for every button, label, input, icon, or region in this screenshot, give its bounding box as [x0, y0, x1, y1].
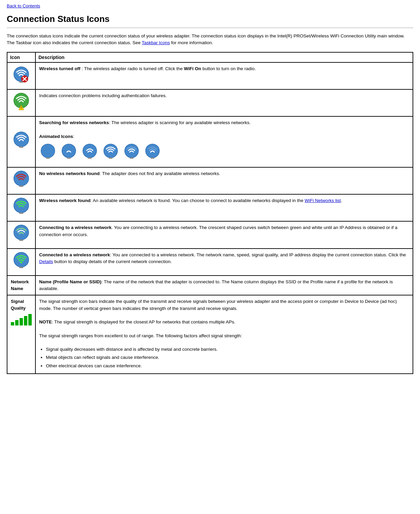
svg-rect-14 [67, 158, 71, 159]
back-to-contents-link[interactable]: Back to Contents [7, 3, 413, 8]
wifi-none-icon-cell [7, 167, 35, 194]
anim-icon-3 [81, 143, 99, 161]
wifi-found-description: Wireless network found: An available wir… [35, 194, 413, 221]
wifi-searching-description: Searching for wireless networks: The wir… [35, 116, 413, 167]
svg-rect-18 [109, 158, 112, 159]
table-row: Connecting to a wireless network. You ar… [7, 221, 413, 248]
svg-rect-20 [130, 158, 133, 159]
anim-icon-2 [60, 143, 78, 161]
wifi-connected-icon-cell [7, 249, 35, 276]
svg-rect-24 [19, 185, 23, 187]
svg-text:!: ! [21, 106, 22, 110]
signal-bar-3 [20, 318, 23, 325]
connection-status-table: Icon Description [7, 52, 413, 374]
table-row: NetworkName Name (Profile Name or SSID):… [7, 276, 413, 295]
table-row: ! Indicates connection problems includin… [7, 89, 413, 116]
wifi-none-description: No wireless networks found: The adapter … [35, 167, 413, 194]
svg-rect-28 [19, 239, 23, 241]
wifi-none-icon [12, 170, 31, 189]
description-header: Description [35, 52, 413, 62]
svg-rect-16 [88, 158, 91, 159]
svg-rect-26 [19, 212, 23, 214]
table-row: Searching for wireless networks: The wir… [7, 116, 413, 167]
wifi-warning-icon-cell: ! [7, 89, 35, 116]
wifi-found-icon-cell [7, 194, 35, 221]
signal-bar-5 [28, 314, 32, 325]
wifi-off-icon-cell [7, 62, 35, 89]
anim-icon-1 [39, 143, 57, 161]
taskbar-icons-link[interactable]: Taskbar Icons [142, 40, 170, 45]
icon-header: Icon [7, 52, 35, 62]
wifi-connected-description: Connected to a wireless network: You are… [35, 249, 413, 276]
signal-bar-4 [24, 316, 27, 325]
list-item: Signal quality decreases with distance a… [46, 346, 409, 353]
list-item: Metal objects can reflect signals and ca… [46, 354, 409, 361]
signal-bars [11, 314, 32, 325]
wifi-searching-icon [12, 131, 31, 150]
wifi-off-icon [12, 65, 31, 84]
signal-bar-1 [11, 322, 14, 325]
wifi-found-icon [12, 197, 31, 216]
table-row: SignalQuality The signal strength icon b… [7, 295, 413, 374]
svg-rect-10 [19, 146, 23, 148]
signal-quality-description: The signal strength icon bars indicate t… [35, 295, 413, 374]
wifi-off-description: Wireless turned off : The wireless adapt… [35, 62, 413, 89]
network-name-label-cell: NetworkName [7, 276, 35, 295]
wifi-connecting-icon-cell [7, 221, 35, 248]
wifi-connected-icon [12, 252, 31, 270]
table-row: Connected to a wireless network: You are… [7, 249, 413, 276]
wifi-connecting-icon [12, 224, 31, 243]
wifi-warning-description: Indicates connection problems including … [35, 89, 413, 116]
list-item: Other electrical devices can cause inter… [46, 363, 409, 369]
wifi-networks-link[interactable]: WiFi Networks list [305, 198, 341, 203]
svg-point-11 [41, 144, 55, 158]
intro-text: The connection status icons indicate the… [7, 33, 413, 47]
wifi-warning-icon: ! [12, 92, 31, 111]
anim-icon-5 [123, 143, 140, 161]
wifi-searching-icon-cell [7, 116, 35, 167]
svg-point-30 [20, 261, 22, 263]
page-title: Connection Status Icons [7, 14, 413, 24]
svg-rect-22 [150, 158, 154, 159]
network-name-description: Name (Profile Name or SSID): The name of… [35, 276, 413, 295]
divider [7, 28, 413, 28]
svg-rect-31 [19, 267, 23, 268]
table-row: Wireless turned off : The wireless adapt… [7, 62, 413, 89]
table-row: Wireless network found: An available wir… [7, 194, 413, 221]
animated-icons-row [39, 143, 409, 161]
svg-rect-12 [46, 158, 50, 159]
wifi-connecting-description: Connecting to a wireless network. You ar… [35, 221, 413, 248]
signal-quality-list: Signal quality decreases with distance a… [46, 346, 409, 369]
signal-quality-icon-cell: SignalQuality [7, 295, 35, 374]
signal-bar-2 [15, 320, 19, 325]
table-header-row: Icon Description [7, 52, 413, 62]
table-row: No wireless networks found: The adapter … [7, 167, 413, 194]
anim-icon-4 [102, 143, 119, 161]
anim-icon-6 [144, 143, 161, 161]
details-link[interactable]: Details [39, 259, 53, 264]
